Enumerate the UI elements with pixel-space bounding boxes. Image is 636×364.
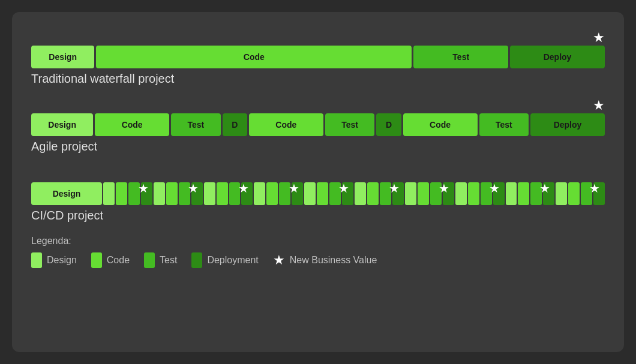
cicd-block [154,182,165,205]
legend-item: Code [91,252,130,268]
agile-star-icon: ★ [593,98,605,113]
legend-item: Test [144,252,177,268]
agile-seg-code: Code [95,113,169,136]
cicd-block [418,182,429,205]
legend-star-icon: ★ [273,252,285,268]
cicd-star-icon: ★ [338,182,349,194]
waterfall-seg-deploy: Deploy [510,46,605,68]
agile-section: ★ DesignCodeTestDCodeTestDCodeTestDeploy… [31,97,605,154]
agile-star-row: ★ [31,97,605,113]
cicd-block [217,182,228,205]
legend: Legenda: DesignCodeTestDeployment★New Bu… [31,236,605,268]
agile-label: Agile project [31,140,605,154]
agile-seg-deploy: D [223,113,247,136]
cicd-block [317,182,328,205]
cicd-star-icon: ★ [389,182,400,194]
cicd-block [568,182,580,205]
cicd-block [367,182,379,205]
cicd-block [116,182,127,205]
legend-swatch [144,252,155,268]
cicd-star-icon: ★ [188,182,199,194]
cicd-design-block: Design [31,182,102,205]
cicd-section: ★★★★★★★★★★ Design CI/CD project [31,164,605,222]
agile-seg-test: Test [479,113,529,136]
waterfall-label: Traditional waterfall project [31,72,605,86]
agile-seg-deploy: Deploy [530,113,605,136]
agile-bar: DesignCodeTestDCodeTestDCodeTestDeploy [31,113,605,136]
cicd-block [506,182,517,205]
legend-item-label: Deployment [207,255,258,266]
legend-item-label: Test [160,255,177,266]
waterfall-star-row: ★ [31,29,605,46]
cicd-star-icon: ★ [138,182,149,194]
cicd-star-row: ★★★★★★★★★★ [31,164,605,182]
cicd-block [556,182,567,205]
cicd-block [455,182,467,205]
legend-swatch [191,252,202,268]
cicd-star-icon: ★ [589,182,600,194]
agile-seg-test: Test [325,113,375,136]
cicd-star-icon: ★ [289,182,299,194]
legend-item-label: Design [47,255,77,266]
agile-seg-deploy: D [376,113,401,136]
legend-item: Design [31,252,77,268]
cicd-block [103,182,115,205]
cicd-star-icon: ★ [539,182,550,194]
waterfall-seg-design: Design [31,46,94,68]
cicd-star-icon: ★ [439,182,449,194]
agile-seg-code: Code [403,113,478,136]
legend-item: ★New Business Value [273,252,377,268]
legend-item-label: Code [107,255,130,266]
cicd-block [468,182,479,205]
cicd-block [518,182,529,205]
legend-item: Deployment [191,252,258,268]
agile-seg-code: Code [249,113,323,136]
cicd-bar: Design [31,182,605,205]
waterfall-seg-code: Code [96,46,412,68]
waterfall-bar: DesignCodeTestDeploy [31,46,605,68]
main-card: ★ DesignCodeTestDeploy Traditional water… [12,12,624,352]
cicd-block [254,182,265,205]
legend-swatch [31,252,42,268]
legend-title: Legenda: [31,236,605,246]
cicd-block [304,182,316,205]
legend-item-label: New Business Value [290,255,377,266]
cicd-blocks-container [103,182,605,205]
cicd-block [166,182,178,205]
cicd-block [266,182,278,205]
legend-swatch [91,252,102,268]
waterfall-section: ★ DesignCodeTestDeploy Traditional water… [31,29,605,86]
cicd-block [355,182,366,205]
cicd-star-icon: ★ [238,182,249,194]
cicd-block [204,182,215,205]
waterfall-star-icon: ★ [593,30,605,46]
agile-seg-design: Design [31,113,93,136]
cicd-star-icon: ★ [489,182,500,194]
legend-items: DesignCodeTestDeployment★New Business Va… [31,252,605,268]
cicd-label: CI/CD project [31,209,605,222]
agile-seg-test: Test [171,113,221,136]
cicd-block [405,182,416,205]
waterfall-seg-test: Test [413,46,508,68]
